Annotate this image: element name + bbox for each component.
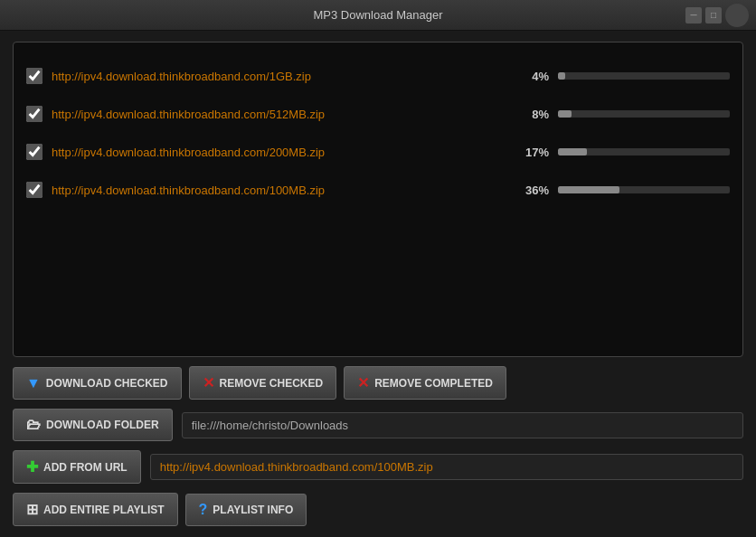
progress-bar-container xyxy=(558,186,730,193)
add-from-url-label: ADD FROM URL xyxy=(43,461,128,474)
download-url: http://ipv4.download.thinkbroadband.com/… xyxy=(52,108,502,121)
download-url: http://ipv4.download.thinkbroadband.com/… xyxy=(52,184,502,197)
download-folder-button[interactable]: 🗁 DOWNLOAD FOLDER xyxy=(13,409,173,441)
download-checked-label: DOWNLOAD CHECKED xyxy=(46,377,168,390)
download-percent: 8% xyxy=(511,108,549,121)
folder-row: 🗁 DOWNLOAD FOLDER file:///home/christo/D… xyxy=(13,409,743,441)
progress-bar-fill xyxy=(558,186,619,193)
remove-checked-button[interactable]: ✕ REMOVE CHECKED xyxy=(189,366,337,400)
remove-checked-label: REMOVE CHECKED xyxy=(220,377,324,390)
add-from-url-button[interactable]: ✚ ADD FROM URL xyxy=(13,450,141,484)
download-icon: ▼ xyxy=(26,375,41,391)
close-button[interactable] xyxy=(725,4,749,27)
question-icon: ? xyxy=(199,502,208,518)
remove-completed-button[interactable]: ✕ REMOVE COMPLETED xyxy=(344,366,506,400)
download-checkbox[interactable] xyxy=(26,144,43,160)
download-percent: 36% xyxy=(511,184,549,197)
playlist-info-label: PLAYLIST INFO xyxy=(213,504,293,516)
folder-path: file:///home/christo/Downloads xyxy=(182,412,743,438)
remove-completed-icon: ✕ xyxy=(357,374,369,391)
download-list: http://ipv4.download.thinkbroadband.com/… xyxy=(13,42,743,357)
add-entire-playlist-label: ADD ENTIRE PLAYLIST xyxy=(43,504,165,516)
progress-bar-container xyxy=(558,148,730,155)
download-checkbox[interactable] xyxy=(26,106,43,122)
minimize-button[interactable]: ─ xyxy=(685,7,702,24)
download-item: http://ipv4.download.thinkbroadband.com/… xyxy=(26,57,730,95)
download-checkbox[interactable] xyxy=(26,68,43,84)
title-bar-controls: ─ □ xyxy=(685,4,749,27)
download-folder-label: DOWNLOAD FOLDER xyxy=(46,419,159,431)
plus-icon: ✚ xyxy=(26,458,38,476)
playlist-info-button[interactable]: ? PLAYLIST INFO xyxy=(185,494,307,526)
download-percent: 17% xyxy=(511,146,549,159)
progress-bar-container xyxy=(558,110,730,118)
download-checkbox[interactable] xyxy=(26,182,43,198)
download-checked-button[interactable]: ▼ DOWNLOAD CHECKED xyxy=(13,367,182,400)
title-bar: MP3 Download Manager ─ □ xyxy=(0,0,756,31)
download-item: http://ipv4.download.thinkbroadband.com/… xyxy=(26,171,730,209)
app-title: MP3 Download Manager xyxy=(313,8,442,22)
remove-completed-label: REMOVE COMPLETED xyxy=(374,377,493,390)
download-url: http://ipv4.download.thinkbroadband.com/… xyxy=(52,70,502,83)
action-buttons-row: ▼ DOWNLOAD CHECKED ✕ REMOVE CHECKED ✕ RE… xyxy=(13,366,743,400)
playlist-icon: ⊞ xyxy=(26,501,38,518)
download-item: http://ipv4.download.thinkbroadband.com/… xyxy=(26,95,730,133)
download-url: http://ipv4.download.thinkbroadband.com/… xyxy=(52,146,502,159)
download-item: http://ipv4.download.thinkbroadband.com/… xyxy=(26,133,730,171)
add-entire-playlist-button[interactable]: ⊞ ADD ENTIRE PLAYLIST xyxy=(13,493,178,526)
url-row: ✚ ADD FROM URL xyxy=(13,450,743,484)
url-input[interactable] xyxy=(150,454,743,480)
main-content: http://ipv4.download.thinkbroadband.com/… xyxy=(0,31,756,537)
progress-bar-fill xyxy=(558,148,587,155)
remove-checked-icon: ✕ xyxy=(203,374,214,391)
progress-bar-fill xyxy=(558,72,565,80)
download-percent: 4% xyxy=(511,70,549,83)
folder-icon: 🗁 xyxy=(26,417,41,433)
playlist-row: ⊞ ADD ENTIRE PLAYLIST ? PLAYLIST INFO xyxy=(13,493,743,526)
maximize-button[interactable]: □ xyxy=(705,7,722,24)
progress-bar-fill xyxy=(558,110,572,118)
progress-bar-container xyxy=(558,72,730,80)
